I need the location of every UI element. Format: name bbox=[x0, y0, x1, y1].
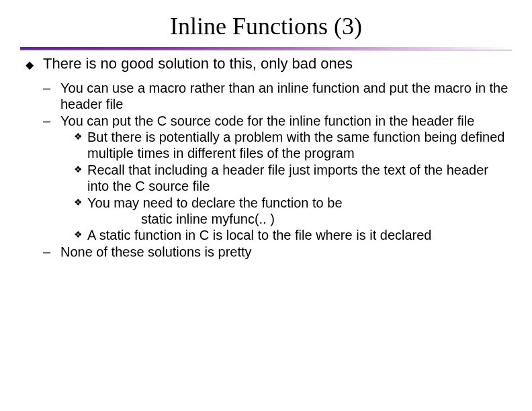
sub-b1-text: But there is potentially a problem with … bbox=[87, 129, 512, 162]
sub-b2-text: Recall that including a header file just… bbox=[87, 162, 512, 195]
bullet-level2: – You can use a macro rather than an inl… bbox=[43, 80, 512, 113]
bullet-level1: ◆ There is no good solution to this, onl… bbox=[26, 55, 512, 73]
dash-bullet-icon: – bbox=[43, 244, 60, 260]
slide-content: ◆ There is no good solution to this, onl… bbox=[20, 55, 512, 260]
bullet-level3: ❖ A static function in C is local to the… bbox=[74, 227, 512, 243]
diamond-bullet-icon: ◆ bbox=[26, 55, 43, 73]
bullet-level2: – You can put the C source code for the … bbox=[43, 113, 512, 244]
dash-bullet-icon: – bbox=[43, 113, 60, 244]
title-underline bbox=[20, 47, 512, 50]
slide: Inline Functions (3) ◆ There is no good … bbox=[0, 0, 532, 411]
slide-title: Inline Functions (3) bbox=[20, 12, 512, 40]
sub-b4-text: A static function in C is local to the f… bbox=[87, 227, 512, 243]
bullet-level3: ❖ Recall that including a header file ju… bbox=[74, 162, 512, 195]
sub-sub-list: ❖ But there is potentially a problem wit… bbox=[60, 129, 512, 244]
diamond-outline-bullet-icon: ❖ bbox=[74, 227, 87, 243]
dash-bullet-icon: – bbox=[43, 80, 60, 113]
diamond-outline-bullet-icon: ❖ bbox=[74, 162, 87, 195]
sub-list: – You can use a macro rather than an inl… bbox=[26, 80, 512, 260]
code-line: static inline myfunc(.. ) bbox=[74, 211, 512, 227]
sub-a-text: You can use a macro rather than an inlin… bbox=[60, 80, 512, 113]
sub-b3-text: You may need to declare the function to … bbox=[87, 195, 512, 211]
sub-b-label: You can put the C source code for the in… bbox=[60, 113, 474, 128]
main-point-text: There is no good solution to this, only … bbox=[43, 55, 512, 73]
diamond-outline-bullet-icon: ❖ bbox=[74, 129, 87, 162]
diamond-outline-bullet-icon: ❖ bbox=[74, 195, 87, 211]
bullet-level3: ❖ But there is potentially a problem wit… bbox=[74, 129, 512, 162]
bullet-level3: ❖ You may need to declare the function t… bbox=[74, 195, 512, 211]
sub-c-text: None of these solutions is pretty bbox=[60, 244, 512, 260]
sub-b-text: You can put the C source code for the in… bbox=[60, 113, 512, 244]
bullet-level2: – None of these solutions is pretty bbox=[43, 244, 512, 260]
